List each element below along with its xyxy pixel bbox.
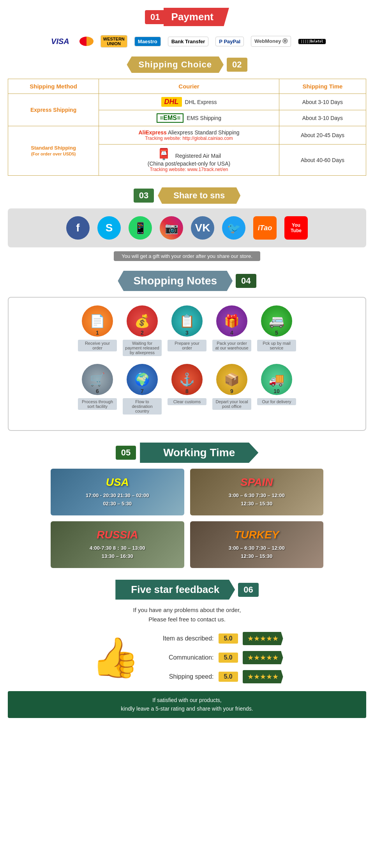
shopping-notes-header: Shopping Notes 04 [8,271,366,291]
payment-num-badge: 01 [145,10,165,24]
aliexpress-logo: AliExpress [138,129,166,136]
rating-row-1: Item as described: 5.0 ★★★★★ [152,632,283,645]
feedback-content: 👍 Item as described: 5.0 ★★★★★ Communica… [8,632,366,683]
spain-name: SPAIN [229,476,285,489]
working-time-header: 05 Working Time [8,443,366,463]
step-1: 📄 1 Receive your order [78,305,117,351]
step-2: 💰 2 Waiting for payment released by alix… [123,305,162,356]
working-time-num-badge: 05 [116,446,136,460]
stars-band-3: ★★★★★ [243,670,283,683]
turkey-name: TURKEY [229,529,285,541]
spain-overlay: SPAIN 3:00 – 6:30 7:30 – 12:0012:30 – 15… [225,472,289,512]
bank-transfer-logo: Bank Transfer [168,37,209,46]
feedback-footer-line1: If satisfied with our products, [152,697,221,703]
shopping-notes-box: 📄 1 Receive your order 💰 2 Waiting for p… [8,297,366,431]
step-4: 🎁 4 Pack your order at our warehouse [212,305,251,351]
turkey-times: 3:00 – 6:30 7:30 – 12:0012:30 – 15:30 [229,544,285,561]
aliexpress-name: Aliexpress Standard Shipping [168,129,240,136]
sns-num-badge: 03 [134,189,154,203]
itao-icon[interactable]: iTao [253,216,277,240]
col-header-courier: Courier [99,79,279,94]
sns-gift-text: You will get a gift with your order afte… [114,251,260,261]
rating-score-3: 5.0 [219,672,238,682]
stars-3: ★★★★★ [247,673,279,681]
shopping-notes-num-badge: 04 [236,274,256,288]
rating-row-2: Communication: 5.0 ★★★★★ [152,651,283,664]
airmail-courier-cell: 📮 Registered Air Mail(China post/epacket… [99,145,279,176]
step-5-label: Pck up by mail service [257,340,296,351]
step-9-icon: 📦 9 [216,364,247,395]
rating-score-2: 5.0 [219,653,238,663]
spain-card: SPAIN 3:00 – 6:30 7:30 – 12:0012:30 – 15… [190,469,324,515]
ems-name: EMS Shipping [187,115,221,121]
feedback-title: Five star feedback [115,580,235,600]
turkey-card: TURKEY 3:00 – 6:30 7:30 – 12:0012:30 – 1… [190,521,324,568]
boletol-logo: |||||Boletol [298,39,326,44]
express-method-cell: Express Shipping [8,94,99,126]
shipping-num-badge: 02 [227,58,247,72]
sns-title: Share to sns [158,187,240,204]
step-8: ⚓ 8 Clear customs [168,364,206,405]
russia-times: 4:00-7:30 8：30 – 13:0013:30 – 16:30 [90,544,145,561]
step-5: 🚐 5 Pck up by mail service [257,305,296,351]
youtube-icon[interactable]: YouTube [284,216,308,240]
airmail-time-cell: About 40-60 Days [279,145,366,176]
facebook-icon[interactable]: f [66,216,90,240]
step-8-icon: ⚓ 8 [171,364,203,395]
step-6-icon: 🛒 6 [82,364,113,395]
whatsapp-icon[interactable]: 📱 [129,216,152,240]
section-payment: 01 Payment VISA WESTERNUNION Maestro Ban… [0,0,374,56]
section-shipping: Shipping Choice 02 Shipping Method Couri… [0,56,374,183]
usa-overlay: USA 17:00 - 20:30 21:30 – 02:0002:30 – 5… [82,472,153,512]
aliexpress-courier-cell: AliExpress Aliexpress Standard Shipping … [99,126,279,145]
twitter-icon[interactable]: 🐦 [222,216,245,240]
section-working-time: 05 Working Time USA 17:00 - 20:30 21:30 … [0,439,374,576]
col-header-method: Shipping Method [8,79,99,94]
step-5-icon: 🚐 5 [261,305,292,337]
stars-1: ★★★★★ [247,635,279,642]
mastercard-logo [79,37,94,46]
vk-icon[interactable]: VK [191,216,214,240]
step-6-label: Process through sort facility [78,398,117,410]
postal-icon: 📮 [157,148,171,160]
usa-name: USA [86,476,149,489]
shopping-notes-title: Shopping Notes [118,271,233,291]
ems-time-cell: About 3-10 Days [279,110,366,126]
section-shopping-notes: Shopping Notes 04 📄 1 Receive your order… [0,267,374,439]
rating-label-3: Shipping speed: [152,673,214,680]
col-header-time: Shipping Time [279,79,366,94]
standard-method-cell: Standard Shipping(For order over USD5) [8,126,99,176]
dhl-time-cell: About 3-10 Days [279,94,366,110]
usa-card: USA 17:00 - 20:30 21:30 – 02:0002:30 – 5… [51,469,184,515]
rating-row-3: Shipping speed: 5.0 ★★★★★ [152,670,283,683]
step-4-icon: 🎁 4 [216,305,247,337]
step-3-icon: 📋 3 [171,305,203,337]
ems-courier-cell: ≡EMS≡ EMS Shipping [99,110,279,126]
dhl-courier-cell: DHL DHL Express [99,94,279,110]
instagram-icon[interactable]: 📷 [160,216,183,240]
rating-score-1: 5.0 [219,633,238,644]
step-1-label: Receive your order [78,340,117,351]
skype-icon[interactable]: S [97,216,121,240]
stars-band-1: ★★★★★ [243,632,283,645]
step-10-icon: 🚚 10 [261,364,292,395]
step-3: 📋 3 Prepare your order [168,305,206,351]
feedback-desc-line2: Please feel free to contact us. [148,616,226,623]
spain-times: 3:00 – 6:30 7:30 – 12:0012:30 – 15:30 [229,492,285,508]
section-sns: 03 Share to sns f S 📱 📷 VK 🐦 iTao YouTub… [0,183,374,267]
step-1-icon: 📄 1 [82,305,113,337]
feedback-footer: If satisfied with our products, kindly l… [8,691,366,718]
dhl-name: DHL Express [185,99,217,105]
step-2-label: Waiting for payment released by alixepre… [123,340,162,356]
steps-row-2: 🛒 6 Process through sort facility 🌍 7 Fl… [16,364,358,415]
turkey-overlay: TURKEY 3:00 – 6:30 7:30 – 12:0012:30 – 1… [225,525,289,565]
shipping-table: Shipping Method Courier Shipping Time Ex… [8,79,366,176]
payment-header: 01 Payment [0,8,374,26]
step-7: 🌍 7 Flow to destination country [123,364,162,415]
step-3-label: Prepare your order [168,340,206,351]
rating-label-1: Item as described: [152,635,214,642]
shipping-header: Shipping Choice 02 [8,56,366,73]
payment-logos: VISA WESTERNUNION Maestro Bank Transfer … [0,32,374,51]
thumbs-up-icon: 👍 [91,635,140,681]
feedback-num-badge: 06 [238,583,258,597]
